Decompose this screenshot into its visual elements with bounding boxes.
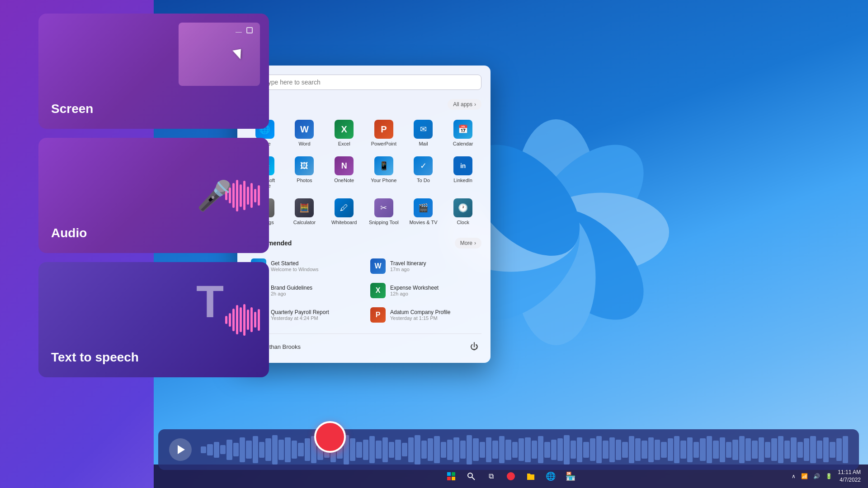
app-linkedin[interactable]: in LinkedIn	[444, 153, 481, 192]
waveform-bar	[759, 437, 764, 462]
waveform-bar	[512, 442, 518, 458]
app-excel[interactable]: X Excel	[326, 116, 363, 150]
wifi-icon: 📶	[801, 473, 808, 479]
tts-waveform	[225, 302, 260, 338]
start-menu: 🔍 Pinned All apps › 🌐 Edge W Word X Ex	[237, 66, 491, 363]
recommended-header: Recommended More ›	[246, 238, 481, 249]
taskview-button[interactable]: ⧉	[483, 468, 499, 484]
app-calculator[interactable]: 🧮 Calculator	[286, 195, 323, 229]
waveform-bar	[680, 441, 686, 459]
svg-rect-9	[452, 472, 455, 476]
linkedin-icon: in	[453, 156, 472, 175]
app-word[interactable]: W Word	[286, 116, 323, 150]
search-taskbar-button[interactable]	[463, 468, 479, 484]
waveform-bar	[505, 440, 511, 460]
files-button[interactable]	[523, 468, 539, 484]
chevron-icon[interactable]: ∧	[792, 473, 796, 479]
app-phone[interactable]: 📱 Your Phone	[365, 153, 402, 192]
audio-player	[158, 429, 859, 470]
waveform-bar	[713, 441, 718, 459]
all-apps-label: All apps	[453, 101, 472, 108]
waveform-bar	[583, 442, 589, 458]
play-icon	[178, 445, 185, 454]
word-icon: W	[295, 120, 314, 139]
waveform-bar	[453, 437, 459, 462]
app-clock[interactable]: 🕐 Clock	[444, 195, 481, 229]
waveform-bar	[745, 438, 751, 461]
app-snipping[interactable]: ✂ Snipping Tool	[365, 195, 402, 229]
app-photos[interactable]: 🖼 Photos	[286, 153, 323, 192]
start-button[interactable]	[443, 468, 459, 484]
edge-taskbar-button[interactable]: 🌐	[542, 468, 559, 484]
waveform-bar	[486, 437, 491, 462]
waveform-bar	[272, 435, 278, 465]
record-taskbar-icon[interactable]	[503, 468, 519, 484]
svg-rect-11	[452, 477, 455, 480]
store-taskbar-button[interactable]: 🏪	[562, 468, 579, 484]
app-calendar[interactable]: 📅 Calendar	[444, 116, 481, 150]
brand-info: Brand Guidelines 2h ago	[271, 285, 312, 296]
waveform-bar	[402, 443, 407, 456]
pinned-header: Pinned All apps ›	[246, 99, 481, 110]
search-input[interactable]	[264, 79, 475, 86]
linkedin-label: LinkedIn	[453, 178, 472, 183]
waveform-bar	[408, 437, 414, 462]
waveform-bar	[285, 437, 290, 462]
waveform-bar	[253, 436, 258, 463]
onenote-icon: N	[335, 156, 354, 175]
excel-label: Excel	[338, 141, 350, 146]
screen-label: Screen	[51, 102, 93, 116]
waveform-bar	[207, 444, 212, 455]
search-bar[interactable]: 🔍	[246, 75, 481, 90]
waveform-bar	[655, 440, 660, 460]
waveform-bar	[538, 436, 543, 463]
audio-card[interactable]: 🎤 Audio	[38, 138, 269, 253]
adatum-icon: P	[370, 307, 386, 323]
waveform-bar	[226, 440, 232, 460]
calendar-label: Calendar	[453, 141, 473, 146]
waveform-bar	[214, 442, 219, 458]
rec-expense[interactable]: X Expense Worksheet 12h ago	[366, 279, 481, 302]
calculator-icon: 🧮	[295, 198, 314, 217]
record-button[interactable]	[314, 421, 346, 453]
waveform-bar	[817, 441, 822, 459]
all-apps-button[interactable]: All apps ›	[448, 99, 481, 110]
rec-travel[interactable]: W Travel Itinerary 17m ago	[366, 255, 481, 277]
screen-preview: —	[179, 23, 260, 86]
waveform-bar	[700, 438, 705, 461]
more-button[interactable]: More ›	[455, 238, 481, 249]
app-onenote[interactable]: N OneNote	[326, 153, 363, 192]
app-movies[interactable]: 🎬 Movies & TV	[405, 195, 442, 229]
photos-label: Photos	[297, 178, 312, 183]
snipping-icon: ✂	[374, 198, 393, 217]
phone-icon: 📱	[374, 156, 393, 175]
maximize-icon	[246, 27, 253, 33]
waveform-bar	[259, 442, 264, 458]
app-powerpoint[interactable]: P PowerPoint	[365, 116, 402, 150]
rec-row-3: X Quarterly Payroll Report Yesterday at …	[246, 304, 481, 326]
waveform-bar	[674, 436, 679, 463]
waveform-bar	[622, 442, 627, 458]
mail-icon: ✉	[414, 120, 433, 139]
more-label: More	[460, 240, 472, 246]
waveform-bar	[720, 437, 725, 462]
play-button[interactable]	[169, 438, 192, 461]
waveform-bar	[784, 441, 790, 459]
app-todo[interactable]: ✓ To Do	[405, 153, 442, 192]
onenote-label: OneNote	[334, 178, 354, 183]
app-mail[interactable]: ✉ Mail	[405, 116, 442, 150]
rec-adatum[interactable]: P Adatum Company Profile Yesterday at 1:…	[366, 304, 481, 326]
waveform-bar	[577, 437, 582, 462]
get-started-title: Get Started	[271, 260, 319, 267]
waveform-bar	[233, 443, 239, 456]
tts-card[interactable]: T Text to speech	[38, 262, 269, 377]
recommended-list: ⊞ Get Started Welcome to Windows W Trave…	[246, 255, 481, 326]
phone-label: Your Phone	[371, 178, 396, 183]
waveform-bar	[557, 438, 563, 461]
app-whiteboard[interactable]: 🖊 Whiteboard	[326, 195, 363, 229]
screen-card[interactable]: — Screen	[38, 14, 269, 129]
chevron-right-more: ›	[474, 240, 476, 246]
waveform-bar	[298, 443, 303, 456]
power-button[interactable]: ⏻	[467, 339, 481, 354]
waveform-bar	[389, 442, 394, 458]
